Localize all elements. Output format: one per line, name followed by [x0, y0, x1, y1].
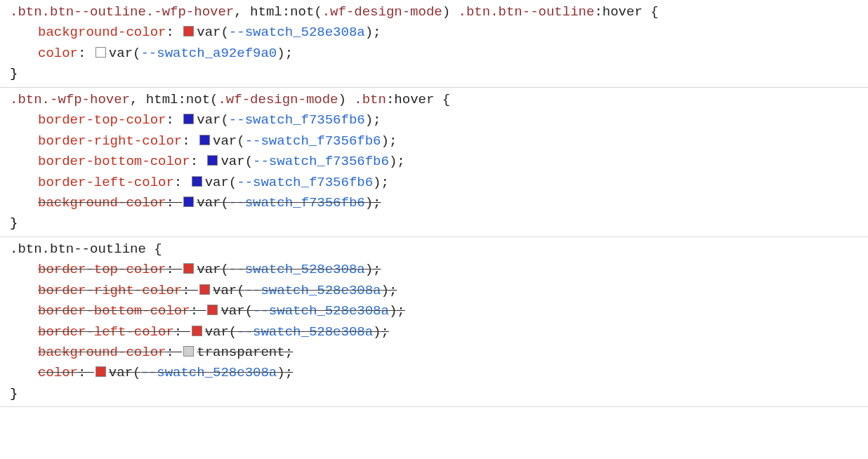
close-brace: } [10, 213, 858, 234]
selector-token: html:not( [146, 92, 218, 107]
css-property-name[interactable]: border-right-color [38, 283, 182, 298]
color-swatch[interactable] [183, 197, 194, 207]
css-variable-name[interactable]: --swatch_a92ef9a0 [140, 46, 277, 61]
css-property-name[interactable]: background-color [38, 345, 166, 360]
styles-panel: .btn.btn--outline.-wfp-hover, html:not(.… [0, 0, 868, 413]
css-property-name[interactable]: border-left-color [38, 324, 174, 340]
var-close: ) [381, 283, 389, 298]
css-declaration[interactable]: color: var(--swatch_528e308a); [10, 363, 858, 383]
selector-token: html:not( [250, 4, 322, 20]
var-open: var( [205, 175, 237, 190]
css-variable-name[interactable]: --swatch_f7356fb6 [229, 112, 365, 128]
css-property-name[interactable]: color [38, 365, 78, 380]
css-property-name[interactable]: color [38, 46, 78, 61]
var-close: ) [373, 324, 381, 340]
colon: : [190, 154, 206, 169]
var-open: var( [205, 324, 237, 340]
css-property-name[interactable]: border-top-color [38, 112, 166, 128]
css-variable-name[interactable]: --swatch_528e308a [229, 25, 365, 40]
colon: : [166, 345, 182, 360]
color-swatch[interactable] [183, 263, 194, 274]
css-value[interactable]: transparent [197, 345, 284, 360]
css-property-name[interactable]: border-left-color [38, 175, 174, 190]
css-declaration[interactable]: border-top-color: var(--swatch_f7356fb6)… [10, 110, 858, 131]
rule-separator [0, 406, 868, 413]
color-swatch[interactable] [199, 135, 210, 145]
css-rule[interactable]: .btn.btn--outline.-wfp-hover, html:not(.… [0, 0, 868, 87]
var-open: var( [221, 303, 253, 319]
selector-token: :hover [594, 4, 642, 20]
selector-token: ) [442, 4, 459, 20]
var-open: var( [213, 133, 245, 149]
css-property-name[interactable]: border-right-color [38, 133, 182, 149]
css-rule[interactable]: .btn.-wfp-hover, html:not(.wf-design-mod… [0, 87, 868, 237]
css-variable-name[interactable]: --swatch_528e308a [245, 283, 381, 298]
css-variable-name[interactable]: --swatch_528e308a [253, 303, 389, 319]
css-selector[interactable]: .btn.-wfp-hover, html:not(.wf-design-mod… [10, 90, 858, 110]
color-swatch[interactable] [192, 326, 202, 336]
color-swatch[interactable] [192, 176, 202, 187]
semicolon: ; [373, 262, 381, 277]
color-swatch[interactable] [183, 26, 194, 36]
css-declaration[interactable]: background-color: var(--swatch_f7356fb6)… [10, 193, 858, 213]
css-variable-name[interactable]: --swatch_528e308a [140, 365, 277, 380]
css-variable-name[interactable]: --swatch_f7356fb6 [253, 154, 389, 169]
colon: : [182, 283, 198, 298]
color-swatch[interactable] [207, 155, 218, 166]
var-close: ) [365, 262, 373, 277]
selector-token: ) [338, 92, 355, 107]
css-declaration[interactable]: border-bottom-color: var(--swatch_f7356f… [10, 152, 858, 172]
var-open: var( [197, 195, 229, 211]
css-selector[interactable]: .btn.btn--outline { [10, 239, 858, 260]
semicolon: ; [397, 303, 405, 319]
var-close: ) [365, 25, 373, 40]
selector-token: :hover [386, 92, 434, 107]
color-swatch[interactable] [183, 346, 194, 357]
var-close: ) [389, 154, 397, 169]
selector-token: { [434, 92, 450, 107]
selector-token: { [146, 241, 162, 257]
css-declaration[interactable]: border-left-color: var(--swatch_f7356fb6… [10, 173, 858, 193]
colon: : [166, 195, 182, 211]
css-selector[interactable]: .btn.btn--outline.-wfp-hover, html:not(.… [10, 2, 858, 22]
colon: : [78, 365, 94, 380]
semicolon: ; [285, 46, 293, 61]
color-swatch[interactable] [199, 284, 210, 295]
color-swatch[interactable] [183, 114, 194, 124]
css-variable-name[interactable]: --swatch_528e308a [237, 324, 373, 340]
var-close: ) [365, 112, 373, 128]
var-close: ) [365, 195, 373, 211]
css-declaration[interactable]: background-color: transparent; [10, 342, 858, 363]
color-swatch[interactable] [96, 366, 106, 377]
var-open: var( [213, 283, 245, 298]
css-property-name[interactable]: background-color [38, 195, 166, 211]
semicolon: ; [389, 133, 397, 149]
css-rule[interactable]: .btn.btn--outline {border-top-color: var… [0, 237, 868, 407]
css-property-name[interactable]: border-bottom-color [38, 154, 190, 169]
css-property-name[interactable]: background-color [38, 25, 166, 40]
css-declaration[interactable]: border-right-color: var(--swatch_528e308… [10, 281, 858, 301]
var-close: ) [277, 365, 284, 380]
css-variable-name[interactable]: --swatch_528e308a [229, 262, 365, 277]
css-declaration[interactable]: border-top-color: var(--swatch_528e308a)… [10, 260, 858, 280]
color-swatch[interactable] [207, 305, 218, 315]
selector-token: .btn.-wfp-hover [10, 92, 130, 107]
selector-token: , [234, 4, 250, 20]
selector-token: .btn [354, 92, 386, 107]
semicolon: ; [373, 112, 381, 128]
css-variable-name[interactable]: --swatch_f7356fb6 [237, 175, 373, 190]
css-property-name[interactable]: border-bottom-color [38, 303, 190, 319]
css-declaration[interactable]: border-bottom-color: var(--swatch_528e30… [10, 301, 858, 321]
css-variable-name[interactable]: --swatch_f7356fb6 [245, 133, 381, 149]
var-close: ) [389, 303, 397, 319]
css-declaration[interactable]: background-color: var(--swatch_528e308a)… [10, 22, 858, 43]
css-declaration[interactable]: border-right-color: var(--swatch_f7356fb… [10, 131, 858, 152]
var-close: ) [277, 46, 284, 61]
semicolon: ; [389, 283, 397, 298]
css-variable-name[interactable]: --swatch_f7356fb6 [229, 195, 365, 211]
var-open: var( [197, 262, 229, 277]
color-swatch[interactable] [96, 47, 106, 58]
css-declaration[interactable]: border-left-color: var(--swatch_528e308a… [10, 322, 858, 342]
css-property-name[interactable]: border-top-color [38, 262, 166, 277]
css-declaration[interactable]: color: var(--swatch_a92ef9a0); [10, 44, 858, 64]
